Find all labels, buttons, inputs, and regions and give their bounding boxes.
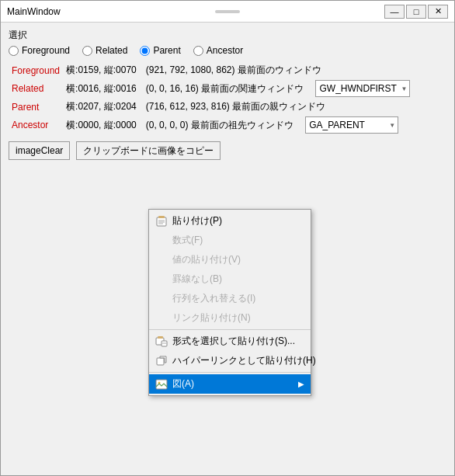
table-row: Parent 横:0207, 縦:0204 (716, 612, 923, 81… [9, 99, 446, 115]
minimize-button[interactable]: — [384, 5, 405, 19]
menu-item-paste-link-label: リンク貼り付け(N) [172, 311, 251, 325]
selection-label: 選択 [9, 29, 446, 42]
submenu-arrow-icon: ▶ [298, 380, 304, 388]
image-clear-button[interactable]: imageClear [9, 141, 70, 160]
radio-parent[interactable]: Parent [140, 45, 180, 56]
titlebar: MainWindow — □ ✕ [1, 1, 454, 23]
content-area: 選択 Foreground Related Parent Ancestor [1, 23, 454, 475]
paste-link-icon [155, 312, 168, 325]
menu-item-paste-hyperlink[interactable]: ハイパーリンクとして貼り付け(H) [149, 351, 311, 370]
maximize-button[interactable]: □ [406, 5, 426, 19]
copy-clipboard-button[interactable]: クリップボードに画像をコピー [76, 141, 221, 160]
related-dropdown[interactable]: GW_HWNDFIRST [315, 80, 410, 97]
no-border-icon [155, 273, 168, 286]
paste-hyperlink-icon [155, 355, 168, 367]
svg-rect-2 [158, 216, 165, 218]
related-dropdown-wrapper: GW_HWNDFIRST [315, 80, 410, 97]
related-label: Related [9, 78, 63, 99]
table-row: Related 横:0016, 縦:0016 (0, 0, 16, 16) 最前… [9, 78, 446, 99]
radio-ancestor-label: Ancestor [207, 45, 243, 56]
foreground-value: 横:0159, 縦:0070 (921, 792, 1080, 862) 最前面… [63, 62, 446, 78]
menu-item-formula-label: 数式(F) [172, 234, 203, 247]
menu-separator-1 [149, 329, 311, 330]
menu-item-paste-value: 値の貼り付け(V) [149, 250, 311, 269]
radio-foreground[interactable]: Foreground [9, 45, 70, 56]
radio-related-label: Related [96, 45, 127, 56]
formula-icon [155, 235, 168, 247]
menu-item-paste-special[interactable]: 形式を選択して貼り付け(S)... [149, 332, 311, 351]
radio-ancestor[interactable]: Ancestor [193, 45, 243, 56]
menu-item-paste-value-label: 値の貼り付け(V) [172, 253, 241, 266]
table-row: Foreground 横:0159, 縦:0070 (921, 792, 108… [9, 62, 446, 78]
paste-value-icon [155, 254, 168, 266]
paste-icon [155, 215, 168, 228]
menu-item-paste-hyperlink-label: ハイパーリンクとして貼り付け(H) [172, 354, 316, 367]
parent-label: Parent [9, 99, 63, 115]
ancestor-dropdown[interactable]: GA_PARENT [305, 116, 398, 134]
button-row: imageClear クリップボードに画像をコピー [9, 141, 446, 160]
menu-item-image[interactable]: 図(A) ▶ [149, 374, 311, 394]
related-value: 横:0016, 縦:0016 (0, 0, 16, 16) 最前面の関連ウィンド… [63, 78, 446, 99]
radio-row: Foreground Related Parent Ancestor [9, 45, 446, 56]
paste-special-icon [155, 335, 168, 348]
close-button[interactable]: ✕ [428, 5, 448, 19]
svg-rect-8 [158, 336, 163, 339]
menu-item-no-border: 罫線なし(B) [149, 269, 311, 289]
image-icon [155, 378, 168, 391]
svg-rect-12 [156, 380, 167, 389]
context-menu: 貼り付け(P) 数式(F) 値の貼り付け(V) 罫線なし(B) 行列を入れ替える… [148, 209, 311, 396]
main-window: MainWindow — □ ✕ 選択 Foreground Related [0, 0, 455, 476]
menu-item-no-border-label: 罫線なし(B) [172, 273, 222, 286]
ancestor-label: Ancestor [9, 115, 63, 135]
menu-item-paste[interactable]: 貼り付け(P) [149, 211, 311, 231]
titlebar-controls: — □ ✕ [384, 5, 448, 19]
menu-item-transpose: 行列を入れ替える(I) [149, 289, 311, 308]
menu-item-image-label: 図(A) [172, 377, 194, 391]
menu-item-paste-link: リンク貼り付け(N) [149, 308, 311, 328]
radio-parent-label: Parent [153, 45, 180, 56]
transpose-icon [155, 293, 168, 305]
menu-item-formula: 数式(F) [149, 231, 311, 250]
menu-separator-2 [149, 372, 311, 373]
ancestor-dropdown-wrapper: GA_PARENT [305, 116, 398, 134]
menu-item-transpose-label: 行列を入れ替える(I) [172, 292, 255, 305]
info-table: Foreground 横:0159, 縦:0070 (921, 792, 108… [9, 62, 446, 135]
menu-item-paste-label: 貼り付け(P) [172, 214, 222, 228]
svg-rect-11 [157, 358, 164, 365]
menu-item-paste-special-label: 形式を選択して貼り付け(S)... [172, 335, 295, 348]
table-row: Ancestor 横:0000, 縦:0000 (0, 0, 0, 0) 最前面… [9, 115, 446, 135]
titlebar-title: MainWindow [7, 6, 61, 17]
parent-value: 横:0207, 縦:0204 (716, 612, 923, 816) 最前面の… [63, 99, 446, 115]
foreground-label: Foreground [9, 62, 63, 78]
titlebar-separator [215, 10, 240, 13]
radio-foreground-label: Foreground [22, 45, 70, 56]
ancestor-value: 横:0000, 縦:0000 (0, 0, 0, 0) 最前面の祖先ウィンドウ … [63, 115, 446, 135]
radio-related[interactable]: Related [82, 45, 127, 56]
